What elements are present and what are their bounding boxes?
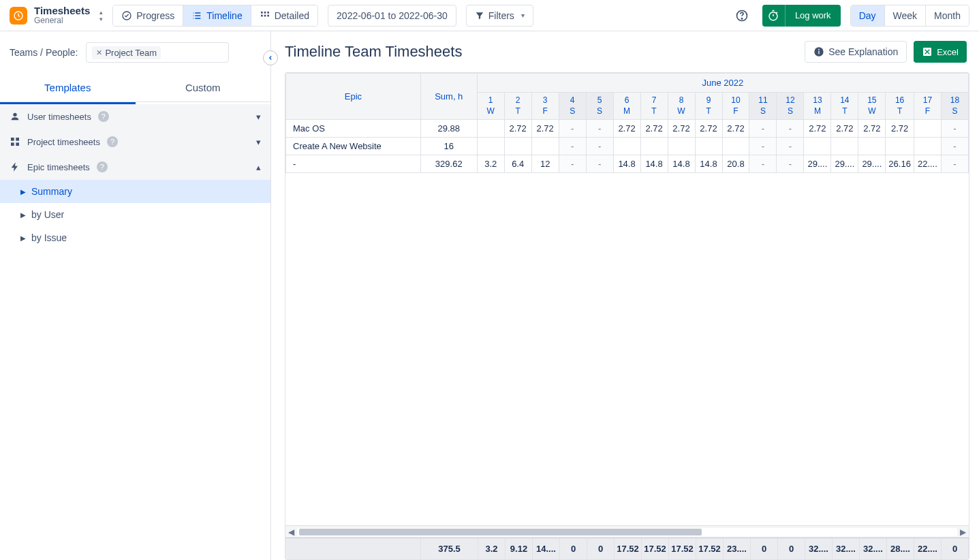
cell-value: 12: [531, 155, 559, 173]
col-day-header[interactable]: 13M: [804, 93, 831, 120]
view-progress-label: Progress: [136, 10, 174, 21]
col-epic-header[interactable]: Epic: [286, 74, 421, 120]
col-day-header[interactable]: 15W: [858, 93, 886, 120]
sidebar: Teams / People: ✕ Project Team Templates…: [0, 31, 271, 560]
totals-day-cell: 17.52: [696, 538, 724, 559]
people-filter-input[interactable]: ✕ Project Team: [86, 42, 229, 63]
log-work-button[interactable]: Log work: [762, 5, 841, 27]
col-day-header[interactable]: 10F: [722, 93, 749, 120]
col-day-header[interactable]: 8W: [668, 93, 695, 120]
tab-custom[interactable]: Custom: [136, 74, 271, 102]
totals-day-cell: 14....: [533, 538, 560, 559]
app-switcher-chevrons[interactable]: ▴▾: [99, 9, 103, 22]
epic-summary-item[interactable]: ▶ Summary: [0, 180, 270, 203]
view-detailed-button[interactable]: Detailed: [251, 5, 317, 26]
epic-by-user-item[interactable]: ▶ by User: [0, 203, 270, 226]
cell-value: 2.72: [504, 120, 531, 138]
col-day-header[interactable]: 18S: [941, 93, 968, 120]
group-user-timesheets[interactable]: User timesheets ? ▾: [0, 104, 270, 129]
chevron-up-icon: ▴: [256, 162, 261, 172]
cell-epic-name[interactable]: Mac OS: [286, 120, 421, 138]
col-day-header[interactable]: 11S: [749, 93, 777, 120]
col-day-header[interactable]: 12S: [777, 93, 804, 120]
cell-value: 22....: [914, 155, 941, 173]
totals-day-cell: 32....: [805, 538, 833, 559]
cell-value: 2.72: [668, 120, 695, 138]
horizontal-scrollbar[interactable]: ◀ ▶: [285, 525, 969, 538]
svg-rect-15: [16, 142, 19, 146]
cell-value: -: [559, 155, 586, 173]
col-day-header[interactable]: 5S: [586, 93, 613, 120]
scroll-left-icon[interactable]: ◀: [288, 527, 294, 537]
timescale-week-label: Week: [893, 10, 918, 21]
col-day-header[interactable]: 7T: [640, 93, 668, 120]
cell-epic-name[interactable]: Create A New Website: [286, 138, 421, 155]
epic-by-issue-item[interactable]: ▶ by Issue: [0, 226, 270, 249]
col-day-header[interactable]: 14T: [831, 93, 858, 120]
scroll-right-icon[interactable]: ▶: [960, 527, 966, 537]
date-range-picker[interactable]: 2022-06-01 to 2022-06-30: [328, 5, 456, 27]
see-explanation-button[interactable]: See Explanation: [805, 41, 907, 63]
col-day-header[interactable]: 2T: [504, 93, 531, 120]
totals-sum-cell: 375.5: [421, 538, 478, 559]
totals-epic-cell: [285, 538, 421, 559]
help-icon[interactable]: ?: [107, 136, 118, 147]
totals-day-cell: 23....: [724, 538, 751, 559]
col-sum-header[interactable]: Sum, h: [420, 74, 477, 120]
scrollbar-thumb[interactable]: [299, 529, 702, 535]
totals-day-cell: 17.52: [615, 538, 642, 559]
cell-value: 29....: [804, 155, 831, 173]
export-excel-button[interactable]: Excel: [914, 41, 967, 63]
help-icon[interactable]: ?: [97, 161, 108, 172]
col-day-header[interactable]: 3F: [531, 93, 559, 120]
totals-day-cell: 32....: [833, 538, 860, 559]
cell-value: [914, 120, 941, 138]
col-day-header[interactable]: 4S: [559, 93, 586, 120]
tab-templates[interactable]: Templates: [0, 74, 136, 102]
grid-icon: [10, 136, 20, 147]
cell-value: [858, 138, 886, 155]
caret-right-icon: ▶: [20, 211, 26, 219]
cell-value: 2.72: [886, 120, 914, 138]
tag-remove-icon[interactable]: ✕: [96, 48, 102, 57]
totals-row: 375.53.29.1214....0017.5217.5217.5217.52…: [285, 538, 969, 559]
group-epic-timesheets[interactable]: Epic timesheets ? ▴: [0, 155, 270, 180]
group-project-timesheets[interactable]: Project timesheets ? ▾: [0, 129, 270, 155]
filters-button[interactable]: Filters ▾: [466, 5, 533, 27]
timescale-week-button[interactable]: Week: [885, 5, 927, 26]
cell-value: 3.2: [477, 155, 504, 173]
totals-day-cell: 17.52: [642, 538, 669, 559]
view-timeline-button[interactable]: Timeline: [183, 5, 251, 26]
chevron-down-icon: ▾: [256, 112, 261, 122]
timesheet-table: EpicSum, hJune 20221W2T3F4S5S6M7T8W9T10F…: [285, 72, 969, 560]
cell-value: 2.72: [613, 120, 640, 138]
cell-value: [668, 138, 695, 155]
view-progress-button[interactable]: Progress: [113, 5, 183, 26]
col-day-header[interactable]: 9T: [695, 93, 722, 120]
sidebar-collapse-button[interactable]: [263, 50, 278, 65]
svg-point-11: [13, 113, 16, 116]
col-day-header[interactable]: 16T: [886, 93, 914, 120]
svg-rect-12: [11, 138, 14, 141]
table-scroll-area[interactable]: EpicSum, hJune 20221W2T3F4S5S6M7T8W9T10F…: [285, 73, 969, 525]
cell-value: [695, 138, 722, 155]
user-icon: [10, 111, 20, 122]
app-subtitle: General: [34, 16, 90, 25]
col-day-header[interactable]: 17F: [914, 93, 941, 120]
help-icon[interactable]: ?: [98, 111, 109, 122]
cell-value: 2.72: [695, 120, 722, 138]
top-bar: Timesheets General ▴▾ Progress Timeline …: [0, 0, 979, 31]
cell-value: -: [749, 138, 777, 155]
totals-day-cell: 22....: [914, 538, 942, 559]
svg-rect-5: [261, 14, 263, 16]
group-epic-label: Epic timesheets: [27, 162, 90, 172]
cell-value: -: [749, 120, 777, 138]
timescale-month-button[interactable]: Month: [926, 5, 969, 26]
filter-tag-label: Project Team: [105, 48, 157, 58]
help-button[interactable]: [731, 5, 753, 27]
col-day-header[interactable]: 6M: [613, 93, 640, 120]
totals-day-cell: 0: [942, 538, 969, 559]
timescale-day-button[interactable]: Day: [851, 5, 885, 26]
col-day-header[interactable]: 1W: [477, 93, 504, 120]
cell-epic-name[interactable]: -: [286, 155, 421, 173]
